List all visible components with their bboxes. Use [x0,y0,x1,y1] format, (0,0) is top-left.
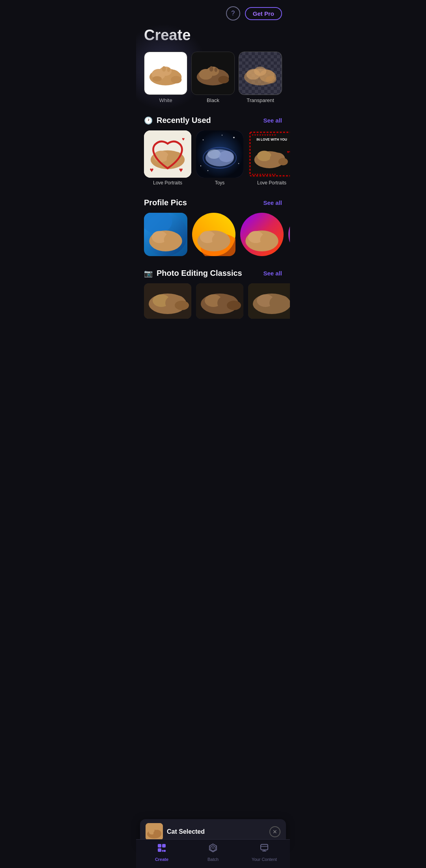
classic-item-1[interactable] [144,283,191,319]
svg-point-45 [257,151,271,161]
svg-point-31 [200,165,201,166]
svg-point-88 [269,295,290,311]
svg-point-79 [175,301,189,310]
recent-label-love-portraits-2: Love Portraits [257,180,286,186]
profile-img-1 [144,213,187,256]
recent-img-toys [196,130,243,178]
svg-point-6 [167,67,170,72]
recently-used-section-header: 🕐 Recently Used See all [136,113,290,130]
svg-text:IN LOVE WITH YOU: IN LOVE WITH YOU [256,138,287,141]
profile-item-3[interactable] [240,213,284,256]
recent-item-love-portraits-1[interactable]: ♥ ♥ ♥ Love Portraits [144,130,191,186]
recent-img-love-portraits-1: ♥ ♥ ♥ [144,130,191,178]
classic-img-3 [248,283,290,319]
photo-editing-see-all[interactable]: See all [263,270,282,277]
svg-text:♥: ♥ [182,136,185,142]
svg-point-29 [233,137,235,138]
svg-point-11 [219,76,229,84]
svg-point-84 [227,301,241,310]
bg-label-transparent: Transparent [247,97,274,103]
bg-preview-white [144,52,187,95]
help-button[interactable]: ? [226,6,240,20]
profile-pics-row [136,213,290,266]
svg-point-13 [209,67,213,72]
recently-used-row: ♥ ♥ ♥ Love Portraits [136,130,290,195]
recent-label-love-portraits-1: Love Portraits [153,180,182,186]
svg-point-3 [171,76,182,84]
classic-img-2 [196,283,243,319]
svg-point-58 [164,233,181,247]
profile-img-3 [240,213,284,256]
bg-preview-black [191,52,235,95]
bg-preview-transparent [239,52,282,95]
bg-option-white[interactable]: White [144,52,187,103]
bg-option-black[interactable]: Black [191,52,235,103]
bg-label-white: White [159,97,172,103]
profile-item-2[interactable] [192,213,235,256]
recent-img-love-portraits-2: ♥ ♥ ♥ ♥ ♥ ♥ ♥ ♥ ♥ ♥ ♥ ♥ ♥ ♥ ♥ ♥ ♥ ♥ ♥ ♥ … [248,130,290,178]
recent-item-love-portraits-2[interactable]: ♥ ♥ ♥ ♥ ♥ ♥ ♥ ♥ ♥ ♥ ♥ ♥ ♥ ♥ ♥ ♥ ♥ ♥ ♥ ♥ … [248,130,290,186]
classic-item-2[interactable] [196,283,243,319]
photo-editing-title: 📷 Photo Editing Classics [144,269,242,278]
clock-icon: 🕐 [144,116,153,125]
bg-option-transparent[interactable]: Transparent [239,52,282,103]
svg-point-18 [266,76,277,84]
classic-item-3[interactable] [248,283,290,319]
svg-text:♥♥: ♥♥ [287,150,290,154]
svg-point-28 [203,139,204,140]
recent-label-toys: Toys [215,180,225,186]
svg-point-7 [153,76,162,82]
profile-img-2 [192,213,235,256]
svg-point-5 [162,67,166,72]
classic-img-1 [144,283,191,319]
svg-point-19 [254,67,266,76]
photo-editing-section-header: 📷 Photo Editing Classics See all [136,266,290,283]
help-icon: ? [231,10,235,17]
profile-pics-see-all[interactable]: See all [263,199,282,206]
bg-label-black: Black [207,97,219,103]
profile-item-4[interactable] [288,213,290,256]
recently-used-see-all[interactable]: See all [263,117,282,124]
svg-point-30 [238,163,239,164]
svg-point-69 [260,233,278,247]
svg-point-64 [212,233,230,247]
recent-item-toys[interactable]: Toys [196,130,243,186]
svg-point-33 [207,170,208,171]
svg-text:♥: ♥ [149,166,153,174]
header: ? Get Pro [136,0,290,24]
svg-point-71 [288,213,290,256]
get-pro-button[interactable]: Get Pro [245,7,282,20]
recently-used-title: 🕐 Recently Used [144,116,211,125]
profile-img-4 [288,213,290,256]
svg-point-32 [222,135,222,136]
camera-icon: 📷 [144,269,153,278]
svg-text:♥ ♥ ♥ ♥ ♥ ♥ ♥ ♥ ♥ ♥: ♥ ♥ ♥ ♥ ♥ ♥ ♥ ♥ ♥ ♥ [252,173,276,176]
svg-point-14 [215,67,218,72]
profile-pics-title: Profile Pics [144,198,187,207]
svg-text:♥ ♥ ♥ ♥ ♥ ♥ ♥ ♥ ♥ ♥: ♥ ♥ ♥ ♥ ♥ ♥ ♥ ♥ ♥ ♥ [252,133,276,137]
svg-point-36 [219,151,234,162]
svg-point-35 [207,149,221,159]
page-title: Create [136,24,290,52]
profile-item-1[interactable] [144,213,187,256]
svg-point-47 [278,158,288,165]
photo-editing-row [136,283,290,328]
background-options-section: White Black Transp [136,52,290,113]
profile-pics-section-header: Profile Pics See all [136,195,290,213]
svg-text:♥: ♥ [179,166,183,174]
